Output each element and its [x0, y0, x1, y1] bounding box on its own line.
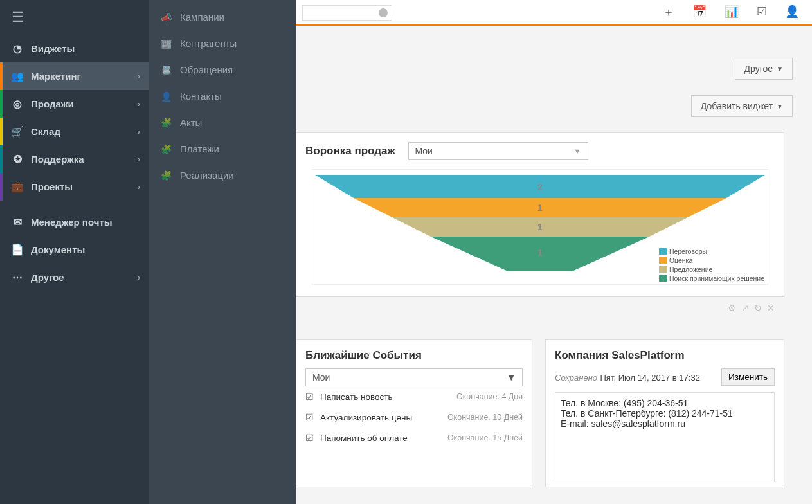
add-widget-button[interactable]: Добавить виджет ▼ — [691, 95, 793, 117]
note-body: Тел. в Москве: (495) 204-36-51Тел. в Сан… — [555, 392, 775, 482]
event-text: Напомнить об оплате — [320, 433, 447, 443]
sidebar-item-Поддержка[interactable]: ✪Поддержка› — [0, 145, 149, 173]
chevron-right-icon: › — [138, 72, 140, 81]
sidebar-item-Менеджер почты[interactable]: ✉Менеджер почты — [0, 208, 149, 236]
event-text: Написать новость — [320, 392, 456, 402]
events-title: Ближайшие События — [305, 349, 523, 362]
chevron-right-icon: › — [138, 155, 140, 164]
submenu-item-Обращения[interactable]: 📇Обращения — [149, 57, 296, 83]
event-row[interactable]: ☑Актуализировать ценыОкончание. 10 Дней — [305, 407, 523, 428]
checkbox-icon[interactable]: ☑ — [305, 392, 314, 402]
sidebar-item-Документы[interactable]: 📄Документы — [0, 236, 149, 264]
sidebar: ☰ ◔Виджеты👥Маркетинг›◎Продажи›🛒Склад›✪По… — [0, 0, 149, 504]
note-title: Компания SalesPlatform — [555, 349, 775, 362]
submenu-label: Обращения — [180, 64, 233, 75]
edit-button[interactable]: Изменить — [721, 368, 775, 386]
event-row[interactable]: ☑Написать новостьОкончание. 4 Дня — [305, 386, 523, 407]
expand-icon[interactable]: ⤢ — [741, 303, 749, 313]
nav-icon: ⋯ — [9, 271, 26, 284]
note-date: Пят, Июл 14, 2017 в 17:32 — [600, 373, 700, 382]
nav-icon: 📄 — [9, 244, 26, 256]
other-dropdown[interactable]: Другое ▼ — [735, 58, 793, 80]
svg-text:2: 2 — [537, 182, 543, 192]
caret-down-icon: ▼ — [777, 66, 783, 73]
submenu-icon: 📣 — [161, 12, 176, 22]
nav-label: Виджеты — [31, 43, 75, 54]
topbar-icons: ＋ 📅 📊 ☑ 👤 — [663, 4, 799, 20]
hamburger-icon[interactable]: ☰ — [0, 0, 149, 35]
submenu-icon: 🧩 — [161, 170, 176, 181]
funnel-chart: 2 1 1 1 Переговоры Оценка Предложение По… — [312, 169, 768, 285]
submenu-marketing: 📣Кампании🏢Контрагенты📇Обращения👤Контакты… — [149, 0, 296, 504]
chevron-right-icon: › — [138, 273, 140, 282]
event-text: Актуализировать цены — [320, 413, 447, 422]
svg-text:1: 1 — [537, 203, 543, 213]
submenu-item-Платежи[interactable]: 🧩Платежи — [149, 136, 296, 162]
submenu-item-Кампании[interactable]: 📣Кампании — [149, 4, 296, 30]
nav-label: Поддержка — [31, 154, 84, 165]
events-filter-select[interactable]: Мои▼ — [305, 368, 523, 386]
sidebar-item-Продажи[interactable]: ◎Продажи› — [0, 90, 149, 118]
submenu-item-Контрагенты[interactable]: 🏢Контрагенты — [149, 30, 296, 57]
event-row[interactable]: ☑Напомнить об оплатеОкончание. 15 Дней — [305, 428, 523, 448]
widget-tools: ⚙ ⤢ ↻ ✕ — [728, 303, 775, 313]
submenu-label: Акты — [180, 117, 202, 128]
submenu-item-Реализации[interactable]: 🧩Реализации — [149, 162, 296, 188]
submenu-item-Контакты[interactable]: 👤Контакты — [149, 83, 296, 109]
close-icon[interactable]: ✕ — [767, 303, 775, 313]
checkbox-icon[interactable]: ☑ — [305, 412, 314, 422]
nav-label: Другое — [31, 272, 64, 283]
caret-down-icon: ▼ — [777, 103, 783, 110]
checkbox-icon[interactable]: ☑ — [305, 433, 314, 443]
widget-company-note: Компания SalesPlatform Сохранено Пят, Ию… — [545, 339, 784, 487]
nav-label: Склад — [31, 126, 60, 137]
svg-text:1: 1 — [537, 222, 543, 232]
submenu-label: Кампании — [180, 12, 224, 22]
sidebar-item-Склад[interactable]: 🛒Склад› — [0, 118, 149, 145]
checkbox-icon[interactable]: ☑ — [757, 4, 767, 20]
gear-icon[interactable]: ⚙ — [728, 303, 736, 313]
submenu-label: Контрагенты — [180, 38, 237, 49]
nav-icon: ◎ — [9, 98, 26, 110]
widget-funnel: Воронка продаж Мои▼ 2 1 1 1 Переговоры О… — [296, 132, 784, 297]
funnel-legend: Переговоры Оценка Предложение Поиск прин… — [657, 247, 766, 283]
sidebar-item-Другое[interactable]: ⋯Другое› — [0, 264, 149, 291]
widget-events: Ближайшие События Мои▼ ☑Написать новость… — [296, 339, 532, 487]
svg-text:1: 1 — [537, 248, 543, 258]
refresh-icon[interactable]: ↻ — [754, 303, 762, 313]
chevron-right-icon: › — [138, 183, 140, 192]
nav-label: Менеджер почты — [31, 217, 113, 228]
submenu-item-Акты[interactable]: 🧩Акты — [149, 109, 296, 136]
submenu-label: Контакты — [180, 91, 222, 102]
nav-icon: ◔ — [9, 42, 26, 55]
submenu-label: Платежи — [180, 143, 219, 154]
chevron-down-icon: ▼ — [507, 372, 516, 382]
submenu-icon: 📇 — [161, 65, 176, 75]
submenu-icon: 🧩 — [161, 144, 176, 154]
funnel-filter-select[interactable]: Мои▼ — [408, 142, 588, 160]
submenu-icon: 🏢 — [161, 39, 176, 49]
submenu-icon: 🧩 — [161, 118, 176, 128]
chevron-down-icon — [379, 8, 388, 17]
submenu-icon: 👤 — [161, 91, 176, 102]
sidebar-item-Маркетинг[interactable]: 👥Маркетинг› — [0, 62, 149, 90]
chevron-right-icon: › — [138, 100, 140, 109]
calendar-icon[interactable]: 📅 — [692, 4, 707, 20]
nav-icon: 👥 — [9, 70, 26, 82]
chevron-down-icon: ▼ — [574, 147, 581, 155]
chart-icon[interactable]: 📊 — [725, 4, 739, 20]
page-actions: Другое ▼ — [735, 58, 793, 80]
page-actions-2: Добавить виджет ▼ — [691, 95, 793, 117]
submenu-label: Реализации — [180, 170, 234, 181]
nav-icon: 💼 — [9, 181, 26, 193]
sidebar-item-Проекты[interactable]: 💼Проекты› — [0, 173, 149, 201]
sidebar-item-Виджеты[interactable]: ◔Виджеты — [0, 35, 149, 62]
search-dropdown[interactable] — [302, 5, 392, 21]
nav-label: Проекты — [31, 181, 73, 192]
nav-label: Маркетинг — [31, 71, 81, 82]
nav-icon: ✪ — [9, 153, 26, 165]
user-icon[interactable]: 👤 — [785, 4, 799, 20]
plus-icon[interactable]: ＋ — [663, 4, 674, 20]
event-end: Окончание. 4 Дня — [456, 392, 523, 401]
event-end: Окончание. 15 Дней — [447, 433, 523, 442]
